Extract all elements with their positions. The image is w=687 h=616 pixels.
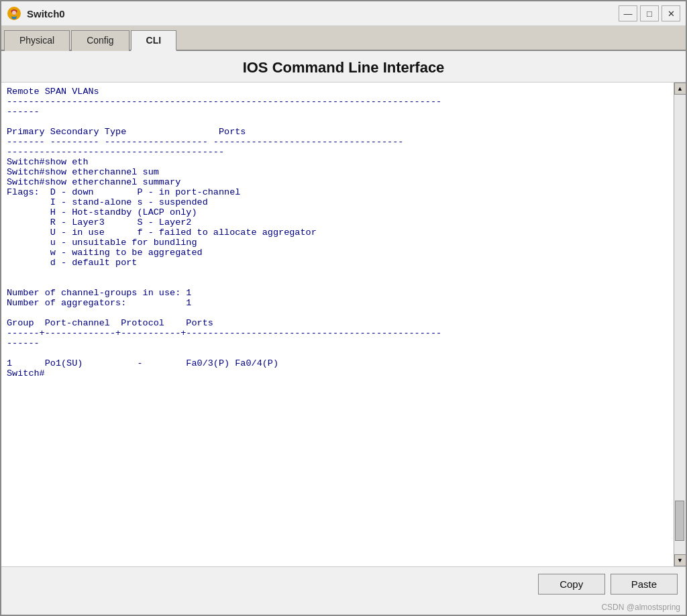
tab-physical[interactable]: Physical [4,30,70,51]
bottom-bar: Copy Paste [1,566,686,601]
scroll-track[interactable] [674,95,686,554]
scroll-down-button[interactable]: ▼ [674,554,686,566]
paste-button[interactable]: Paste [611,574,678,595]
tab-config[interactable]: Config [71,30,129,51]
copy-button[interactable]: Copy [538,574,605,595]
close-button[interactable]: ✕ [662,5,680,21]
terminal-output[interactable]: Remote SPAN VLANs ----------------------… [1,83,674,566]
maximize-button[interactable]: □ [640,5,659,21]
tab-cli[interactable]: CLI [131,30,177,51]
tab-bar: Physical Config CLI [1,26,686,51]
window-title: Switch0 [27,8,613,19]
scrollbar: ▲ ▼ [674,83,686,566]
scroll-up-button[interactable]: ▲ [674,83,686,95]
watermark: CSDN @almostspring [1,601,686,615]
scroll-thumb[interactable] [675,501,684,541]
terminal-area: Remote SPAN VLANs ----------------------… [1,83,686,566]
main-window: Switch0 — □ ✕ Physical Config CLI IOS Co… [0,0,687,616]
minimize-button[interactable]: — [619,5,637,21]
app-icon [7,6,21,21]
window-controls: — □ ✕ [619,5,680,21]
page-title: IOS Command Line Interface [1,51,686,83]
title-bar: Switch0 — □ ✕ [1,1,686,26]
svg-point-1 [12,11,16,15]
